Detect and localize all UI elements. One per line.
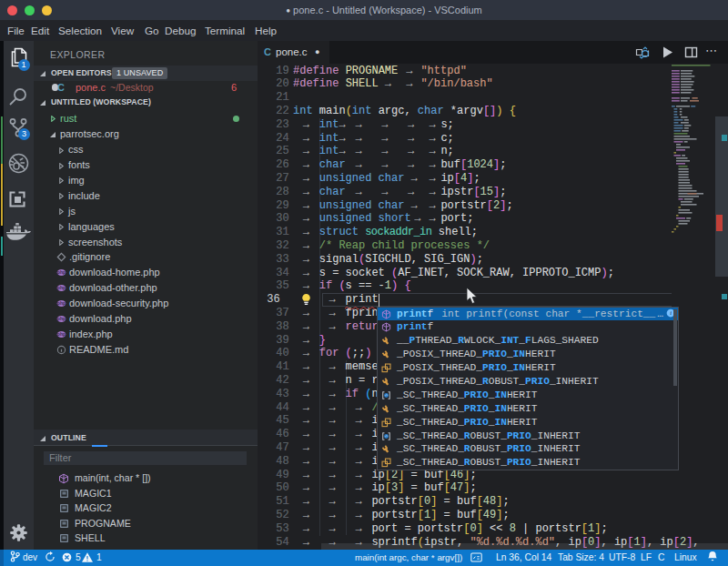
svg-text:php: php [57,301,66,307]
svg-text:php: php [57,270,66,276]
svg-text:php: php [57,316,66,321]
svg-text:php: php [57,331,66,337]
svg-text:php: php [57,286,66,291]
